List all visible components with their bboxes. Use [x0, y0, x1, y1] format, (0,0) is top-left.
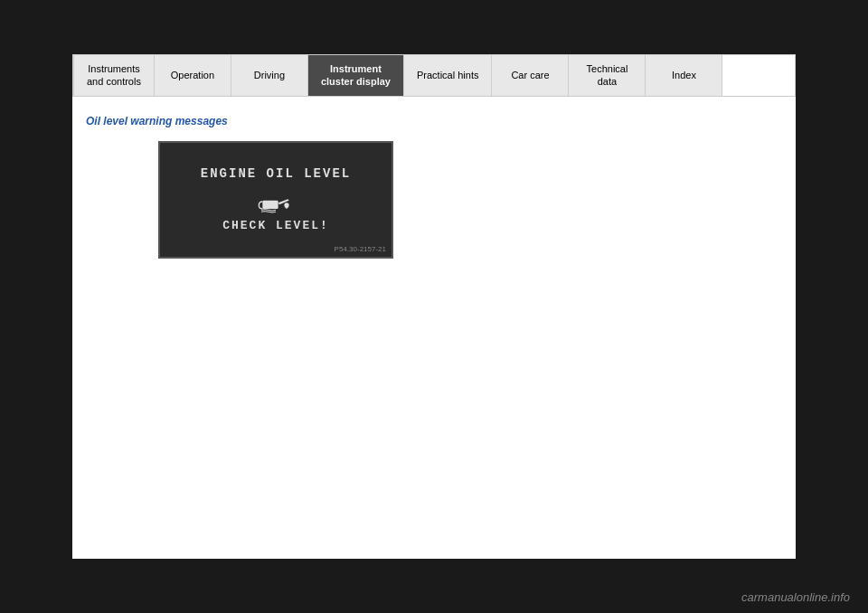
- nav-item-technical-data[interactable]: Technical data: [569, 55, 646, 96]
- main-content: Instruments and controls Operation Drivi…: [72, 54, 796, 559]
- section-title: Oil level warning messages: [86, 115, 782, 127]
- nav-item-practical-hints[interactable]: Practical hints: [404, 55, 492, 96]
- nav-item-car-care[interactable]: Car care: [492, 55, 569, 96]
- nav-item-index[interactable]: Index: [646, 55, 722, 96]
- oil-can-icon: [258, 188, 294, 219]
- nav-item-instrument-cluster[interactable]: Instrument cluster display: [308, 55, 404, 96]
- page-body: Oil level warning messages ENGINE OIL LE…: [72, 106, 796, 268]
- svg-rect-0: [262, 201, 278, 209]
- nav-item-instruments[interactable]: Instruments and controls: [73, 55, 155, 96]
- nav-item-operation[interactable]: Operation: [155, 55, 231, 96]
- instrument-display: ENGINE OIL LEVEL CHECK LEVEL!: [158, 141, 393, 259]
- image-reference: P54.30-2157-21: [335, 245, 386, 253]
- nav-item-driving[interactable]: Driving: [231, 55, 308, 96]
- nav-bar: Instruments and controls Operation Drivi…: [72, 54, 796, 97]
- display-line1: ENGINE OIL LEVEL: [201, 166, 351, 181]
- watermark: carmanualonline.info: [741, 590, 850, 604]
- display-line2: CHECK LEVEL!: [222, 219, 329, 232]
